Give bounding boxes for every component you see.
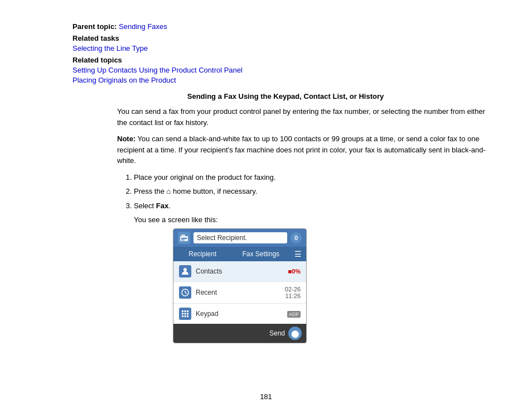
svg-rect-8	[182, 310, 183, 312]
date-display: 02-26	[285, 286, 301, 293]
svg-rect-13	[187, 313, 188, 315]
note-text: You can send a black-and-white fax to up…	[117, 135, 486, 165]
svg-rect-14	[182, 315, 183, 317]
fax-bottom-bar: Send ⬤	[173, 324, 306, 343]
keypad-right: ADF	[287, 310, 301, 317]
svg-rect-2	[181, 238, 187, 239]
recent-label: Recent	[196, 289, 285, 296]
recent-icon	[179, 286, 191, 299]
svg-rect-11	[182, 313, 183, 315]
svg-rect-10	[187, 310, 188, 312]
svg-point-4	[183, 268, 187, 271]
parent-topic-label: Parent topic:	[72, 22, 119, 31]
step-1: Place your original on the product for f…	[134, 172, 496, 183]
page-container: Parent topic: Sending Faxes Related task…	[0, 0, 532, 412]
fax-icon	[178, 232, 190, 244]
contacts-menu-item[interactable]: Contacts ■0%	[173, 261, 306, 282]
fax-machine-icon	[180, 233, 188, 242]
percentage-display: ■0%	[288, 268, 301, 275]
person-icon	[181, 267, 189, 275]
fax-menu-list: Contacts ■0% Recent 02-26 11:26	[173, 261, 306, 324]
fax-screen-image: Select Recipient. 0 Recipient Fax Settin…	[173, 228, 307, 343]
related-tasks-heading: Related tasks	[72, 34, 499, 42]
clock-icon	[181, 289, 189, 296]
time-display: 11:26	[285, 293, 301, 299]
note-bold-prefix: Note:	[117, 135, 136, 143]
placing-originals-link[interactable]: Placing Originals on the Product	[72, 76, 176, 84]
adf-badge: ADF	[287, 311, 301, 318]
body-paragraph: You can send a fax from your product con…	[117, 106, 496, 128]
tab-recipient[interactable]: Recipient	[173, 247, 232, 261]
contacts-label: Contacts	[196, 267, 288, 275]
svg-rect-16	[187, 315, 188, 317]
svg-rect-1	[181, 234, 185, 237]
svg-rect-15	[185, 315, 186, 317]
sending-faxes-link[interactable]: Sending Faxes	[119, 22, 167, 31]
keypad-label: Keypad	[196, 310, 287, 318]
note-block: Note: You can send a black-and-white fax…	[117, 133, 496, 166]
svg-rect-9	[185, 310, 186, 312]
page-number: 181	[0, 392, 532, 401]
section-heading: Sending a Fax Using the Keypad, Contact …	[72, 92, 499, 100]
recipient-count-badge: 0	[291, 232, 302, 243]
step-3: Select Fax.	[134, 200, 496, 212]
fax-bold: Fax	[156, 202, 168, 210]
steps-list: Place your original on the product for f…	[134, 172, 496, 212]
keypad-icon	[179, 308, 191, 320]
related-topics-heading: Related topics	[72, 56, 499, 64]
send-button[interactable]: ⬤	[288, 327, 302, 340]
step-2: Press the ⌂ home button, if necessary.	[134, 186, 496, 197]
send-label: Send	[269, 329, 285, 337]
svg-rect-3	[181, 239, 185, 241]
svg-line-7	[185, 293, 187, 294]
you-see-label: You see a screen like this:	[134, 215, 499, 224]
select-recipient-input[interactable]: Select Recipient.	[194, 232, 287, 243]
recent-datetime: 02-26 11:26	[285, 286, 301, 299]
fax-tabs: Recipient Fax Settings ☰	[173, 247, 306, 261]
svg-rect-12	[185, 313, 186, 315]
selecting-line-type-link[interactable]: Selecting the Line Type	[72, 44, 148, 52]
fax-top-bar: Select Recipient. 0	[173, 229, 306, 247]
grid-icon	[181, 310, 189, 318]
recent-menu-item[interactable]: Recent 02-26 11:26	[173, 282, 306, 304]
contacts-icon	[179, 265, 191, 277]
setting-contacts-link[interactable]: Setting Up Contacts Using the Product Co…	[72, 66, 243, 74]
contacts-right: ■0%	[288, 268, 301, 275]
tab-fax-settings[interactable]: Fax Settings	[232, 247, 291, 261]
parent-topic-line: Parent topic: Sending Faxes	[72, 22, 499, 31]
keypad-menu-item[interactable]: Keypad ADF	[173, 304, 306, 324]
menu-icon[interactable]: ☰	[290, 247, 306, 261]
